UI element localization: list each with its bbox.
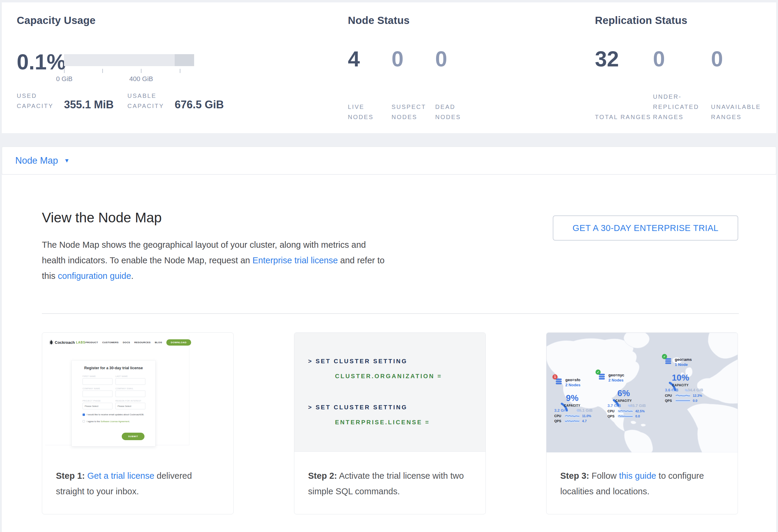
- unavailable-ranges-value: 0: [711, 47, 769, 71]
- suspect-nodes-label: SUSPECT NODES: [392, 102, 435, 122]
- field-label: PROJECT PHASE: [83, 400, 112, 402]
- dead-nodes-value: 0: [435, 47, 479, 71]
- locality-name: geo=ams: [675, 357, 692, 362]
- axis-tick: [102, 69, 103, 73]
- view-selector-label[interactable]: Node Map: [15, 155, 58, 166]
- locality-ams: geo=ams 1 Node 10% CAPACITY 3.6 GiB: [663, 357, 703, 402]
- total-ranges-value: 32: [595, 47, 653, 71]
- step1-prefix: Step 1:: [56, 471, 85, 480]
- locality-nyc-header: geo=nyc 2 Nodes: [596, 373, 646, 382]
- qps-sparkline: [564, 420, 580, 423]
- sql-command-1: > SET CLUSTER SETTING: [308, 358, 407, 365]
- cockroach-labs-logo: Cockroach LABS: [49, 340, 85, 345]
- step1-card: Cockroach LABS PRODUCT CUSTOMERS DOCS RE…: [42, 332, 234, 514]
- step2-caption: Step 2: Activate the trial license with …: [294, 452, 485, 514]
- enterprise-trial-license-link[interactable]: Enterprise trial license: [252, 255, 338, 265]
- node-status-title: Node Status: [348, 14, 409, 26]
- replication-labels: TOTAL RANGES UNDER-REPLICATED RANGES UNA…: [595, 91, 769, 122]
- company-email-field: [115, 390, 145, 397]
- cpu-metric-row: CPU 42.5%: [608, 409, 646, 413]
- view-selector-dropdown[interactable]: Node Map ▼: [2, 147, 776, 174]
- nav-item-blog: BLOG: [155, 341, 162, 344]
- axis-tick: [64, 69, 65, 73]
- project-phase-select: Please Select: [83, 403, 112, 409]
- healthy-check-icon: [662, 354, 667, 359]
- capacity-percent: 6%: [609, 388, 638, 398]
- qps-sparkline: [675, 399, 691, 402]
- license-agreement-label: I agree to the Software License Agreemen…: [87, 420, 130, 423]
- qps-value: 0.0: [635, 414, 640, 418]
- field-label: REASON FOR INTEREST: [115, 400, 145, 402]
- replication-status-section: Replication Status 32 0 0 TOTAL RANGES U…: [595, 14, 687, 26]
- unavailable-ranges-label: UNAVAILABLE RANGES: [711, 102, 769, 122]
- step2-prefix: Step 2:: [308, 471, 337, 480]
- cluster-summary-panel: Capacity Usage 0.1% 0 GiB 400 GiB USED C…: [2, 2, 776, 133]
- axis-tick: [141, 69, 142, 73]
- node-status-section: Node Status 4 0 0 LIVE NODES SUSPECT NOD…: [348, 14, 409, 26]
- capacity-usage-title: Capacity Usage: [17, 14, 95, 26]
- qps-value: 4.7: [582, 419, 587, 423]
- total-ranges-label: TOTAL RANGES: [595, 112, 653, 122]
- chevron-down-icon: ▼: [64, 157, 70, 164]
- qps-value: 0.0: [693, 399, 697, 402]
- step3-caption: Step 3: Follow this guide to configure l…: [546, 452, 737, 514]
- locality-nyc: geo=nyc 2 Nodes 6% CAPACITY 3.7 GiB: [596, 373, 646, 418]
- form-fields: FIRST NAME LAST NAME COMPANY NAME COMPAN…: [83, 373, 145, 409]
- cluster-overview-page: Capacity Usage 0.1% 0 GiB 400 GiB USED C…: [0, 0, 778, 532]
- capacity-percent: 9%: [558, 393, 587, 403]
- field-label: COMPANY NAME: [83, 387, 112, 390]
- checkbox-checked-icon: [83, 413, 85, 416]
- healthy-check-icon: [596, 370, 601, 375]
- capacity-usage-section: Capacity Usage 0.1% 0 GiB 400 GiB USED C…: [17, 14, 95, 26]
- under-replicated-ranges-value: 0: [653, 47, 711, 71]
- first-name-field: [83, 378, 112, 385]
- sql-setting-2: ENTERPRISE.LICENSE =: [335, 419, 430, 426]
- cpu-metric-row: CPU 11.0%: [554, 414, 593, 418]
- cpu-value: 42.5%: [635, 409, 644, 413]
- intro-text-3: .: [131, 271, 134, 281]
- email-updates-checkbox-row: I would like to receive email updates ab…: [83, 413, 145, 416]
- step2-card: > SET CLUSTER SETTING CLUSTER.ORGANIZATI…: [294, 332, 486, 514]
- capacity-percent: 10%: [666, 373, 695, 383]
- qps-sparkline: [618, 415, 633, 418]
- last-name-field: [115, 378, 145, 385]
- get-trial-license-link[interactable]: Get a trial license: [87, 471, 154, 480]
- capacity-percent: 0.1%: [17, 50, 66, 74]
- axis-tick-label: 400 GiB: [120, 75, 162, 83]
- company-name-field: [83, 390, 112, 397]
- locality-sfo: 1 geo=sfo 2 Nodes: [553, 378, 593, 423]
- qps-metric-row: QPS 4.7: [554, 419, 593, 423]
- reason-for-interest-select: Please Select: [115, 403, 145, 409]
- locality-sfo-header: 1 geo=sfo 2 Nodes: [553, 378, 593, 387]
- form-title: Register for a 30-day trial license: [72, 366, 155, 370]
- capacity-gauge: 9% CAPACITY: [558, 388, 587, 412]
- live-nodes-value: 4: [348, 47, 392, 71]
- capacity-gauge: 10% CAPACITY: [666, 368, 695, 391]
- cpu-sparkline: [564, 414, 580, 417]
- cpu-sparkline: [618, 409, 633, 412]
- cpu-value: 12.3%: [693, 394, 702, 397]
- replication-status-title: Replication Status: [595, 14, 687, 26]
- node-map-preview: 1 geo=sfo 2 Nodes: [546, 333, 737, 452]
- enterprise-trial-button[interactable]: GET A 30-DAY ENTERPRISE TRIAL: [553, 215, 738, 241]
- trial-license-form: Register for a 30-day trial license FIRS…: [72, 360, 156, 446]
- capacity-bar-other-segment: [175, 54, 194, 66]
- capacity-gauge: 6% CAPACITY: [609, 384, 638, 407]
- nav-item-docs: DOCS: [123, 341, 130, 344]
- capacity-bar: 0 GiB 400 GiB: [64, 54, 194, 66]
- under-replicated-ranges-label: UNDER-REPLICATED RANGES: [653, 91, 711, 122]
- capacity-bar-track: [64, 54, 194, 66]
- minisite-header: Cockroach LABS PRODUCT CUSTOMERS DOCS RE…: [45, 335, 189, 346]
- intro-paragraph: The Node Map shows the geographical layo…: [42, 237, 389, 284]
- sql-code-block: > SET CLUSTER SETTING CLUSTER.ORGANIZATI…: [294, 333, 485, 452]
- field-label: FIRST NAME: [83, 375, 112, 377]
- configuration-guide-link[interactable]: configuration guide: [58, 271, 131, 281]
- capacity-label: CAPACITY: [558, 404, 587, 407]
- sql-setting-1: CLUSTER.ORGANIZATION =: [335, 373, 442, 380]
- page-title: View the Node Map: [42, 210, 162, 226]
- live-nodes-label: LIVE NODES: [348, 102, 392, 122]
- this-guide-link[interactable]: this guide: [619, 471, 656, 480]
- section-divider: [42, 313, 739, 314]
- nav-item-resources: RESOURCES: [134, 341, 150, 344]
- usable-capacity-value: 676.5 GiB: [175, 98, 224, 111]
